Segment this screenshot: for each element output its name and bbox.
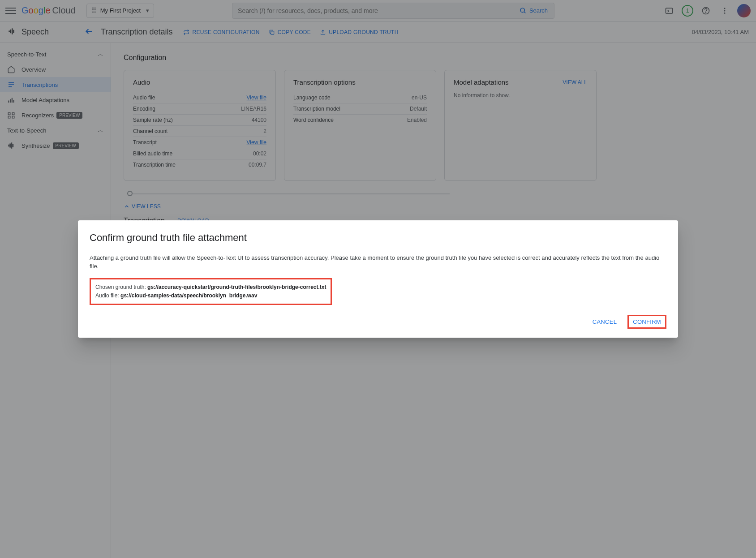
modal-title: Confirm ground truth file attachment — [90, 232, 666, 244]
modal-overlay: Confirm ground truth file attachment Att… — [0, 0, 756, 558]
ground-truth-path: gs://accuracy-quickstart/ground-truth-fi… — [147, 284, 326, 290]
confirm-button-highlight: CONFIRM — [627, 315, 666, 329]
file-info-box: Chosen ground truth: gs://accuracy-quick… — [90, 278, 332, 305]
cancel-button[interactable]: CANCEL — [587, 315, 623, 329]
confirm-button[interactable]: CONFIRM — [633, 318, 661, 325]
modal-description: Attaching a ground truth file will allow… — [90, 253, 666, 271]
confirm-modal: Confirm ground truth file attachment Att… — [78, 220, 678, 338]
audio-file-path: gs://cloud-samples-data/speech/brooklyn_… — [120, 292, 257, 299]
